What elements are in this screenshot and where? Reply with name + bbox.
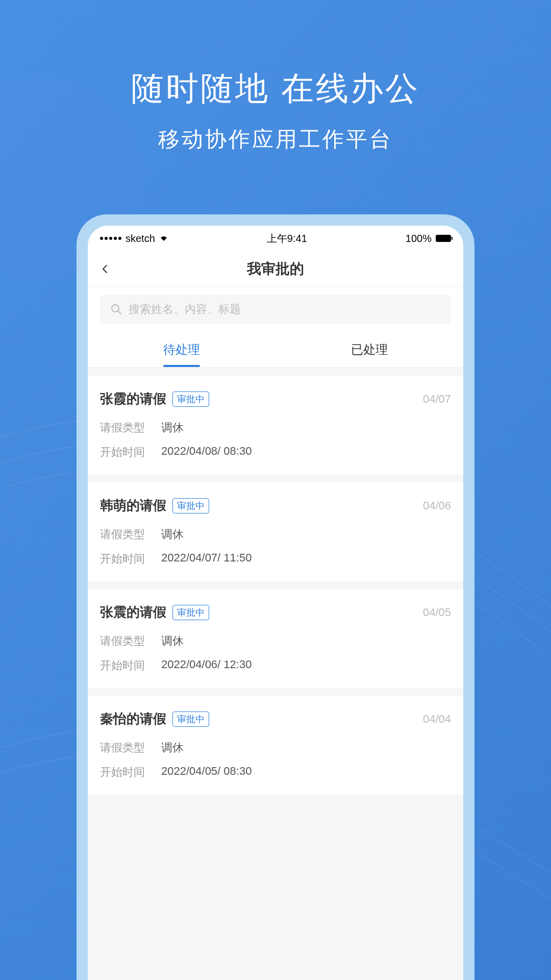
signal-icon xyxy=(100,237,121,240)
status-badge: 审批中 xyxy=(172,498,209,513)
start-time-value: 2022/04/07/ 11:50 xyxy=(161,551,252,567)
start-time-label: 开始时间 xyxy=(100,658,161,673)
approval-card[interactable]: 张震的请假 审批中 04/05 请假类型 调休 开始时间 2022/04/06/… xyxy=(88,589,463,688)
back-icon[interactable] xyxy=(100,264,110,274)
leave-type-value: 调休 xyxy=(161,740,184,755)
search-container: 搜索姓名、内容、标题 xyxy=(88,287,463,332)
card-date: 04/07 xyxy=(423,393,451,406)
start-time-value: 2022/04/06/ 12:30 xyxy=(161,658,252,673)
status-badge: 审批中 xyxy=(172,712,209,727)
leave-type-label: 请假类型 xyxy=(100,740,161,755)
tabs: 待处理 已处理 xyxy=(88,332,463,368)
approval-card[interactable]: 秦怡的请假 审批中 04/04 请假类型 调休 开始时间 2022/04/05/… xyxy=(88,696,463,794)
leave-type-label: 请假类型 xyxy=(100,633,161,649)
battery-icon xyxy=(436,235,451,242)
tab-processed-label: 已处理 xyxy=(351,341,388,358)
status-badge: 审批中 xyxy=(172,605,209,620)
start-time-value: 2022/04/08/ 08:30 xyxy=(161,445,252,460)
tab-pending[interactable]: 待处理 xyxy=(88,332,276,367)
approval-card[interactable]: 韩萌的请假 审批中 04/06 请假类型 调休 开始时间 2022/04/07/… xyxy=(88,482,463,581)
tab-pending-label: 待处理 xyxy=(163,341,200,358)
approval-card[interactable]: 张霞的请假 审批中 04/07 请假类型 调休 开始时间 2022/04/08/… xyxy=(88,376,463,474)
leave-type-label: 请假类型 xyxy=(100,420,161,435)
start-time-label: 开始时间 xyxy=(100,445,161,460)
svg-line-2 xyxy=(118,311,121,314)
leave-type-value: 调休 xyxy=(161,420,184,435)
phone-screen: sketch 上午9:41 100% 我审批的 xyxy=(88,226,463,980)
carrier-label: sketch xyxy=(126,233,155,244)
card-date: 04/05 xyxy=(423,606,451,619)
wifi-icon xyxy=(159,235,168,242)
approval-list: 张霞的请假 审批中 04/07 请假类型 调休 开始时间 2022/04/08/… xyxy=(88,376,463,794)
leave-type-value: 调休 xyxy=(161,633,184,649)
card-title: 韩萌的请假 xyxy=(100,497,166,514)
card-title: 张震的请假 xyxy=(100,603,166,621)
battery-percent: 100% xyxy=(406,233,432,244)
card-title: 秦怡的请假 xyxy=(100,710,166,728)
card-title: 张霞的请假 xyxy=(100,390,166,408)
leave-type-label: 请假类型 xyxy=(100,527,161,542)
status-bar: sketch 上午9:41 100% xyxy=(88,226,463,251)
phone-frame: sketch 上午9:41 100% 我审批的 xyxy=(77,214,474,980)
card-date: 04/04 xyxy=(423,713,451,726)
card-date: 04/06 xyxy=(423,499,451,512)
search-input[interactable]: 搜索姓名、内容、标题 xyxy=(100,295,451,324)
page-title: 我审批的 xyxy=(88,259,463,279)
search-placeholder: 搜索姓名、内容、标题 xyxy=(129,302,241,317)
start-time-value: 2022/04/05/ 08:30 xyxy=(161,765,252,780)
search-icon xyxy=(110,303,122,315)
status-badge: 审批中 xyxy=(172,391,209,407)
tab-processed[interactable]: 已处理 xyxy=(276,332,463,367)
status-time: 上午9:41 xyxy=(267,232,307,246)
start-time-label: 开始时间 xyxy=(100,551,161,567)
leave-type-value: 调休 xyxy=(161,527,184,542)
start-time-label: 开始时间 xyxy=(100,765,161,780)
nav-bar: 我审批的 xyxy=(88,251,463,287)
